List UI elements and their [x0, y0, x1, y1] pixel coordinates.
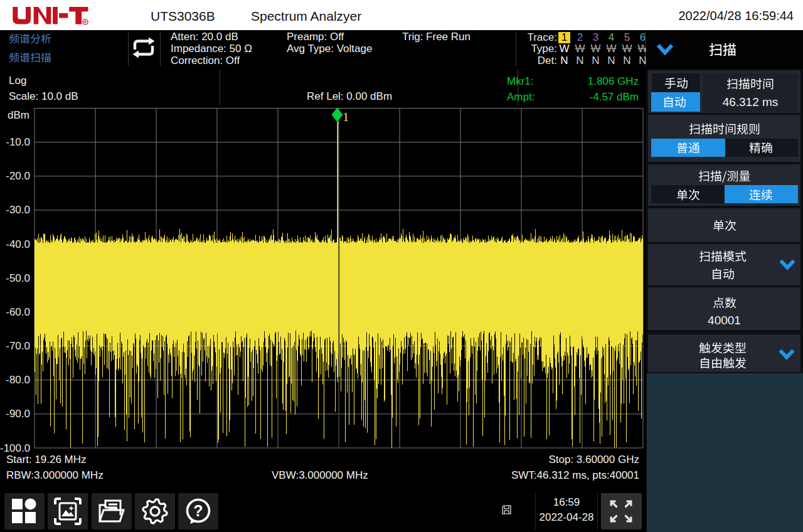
svg-text:?: ? [193, 502, 203, 519]
svg-text:1: 1 [343, 110, 349, 124]
